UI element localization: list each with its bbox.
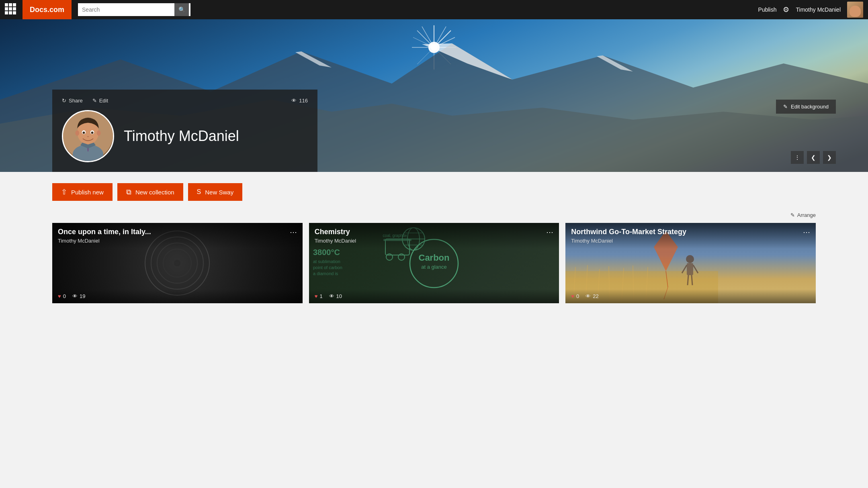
cards-grid: Once upon a time, in Italy... Timothy Mc… <box>0 223 868 319</box>
eye-icon: 👁 <box>329 293 334 299</box>
publish-new-button[interactable]: ⇧ Publish new <box>52 183 113 201</box>
prev-button[interactable]: ❮ <box>807 151 820 164</box>
card-chemistry-view-count: 10 <box>336 293 342 299</box>
search-input[interactable] <box>78 3 174 16</box>
card-italy-author: Timothy McDaniel <box>58 238 297 244</box>
svg-point-30 <box>174 260 180 266</box>
share-button[interactable]: ↻ Share <box>62 98 83 104</box>
arrange-label: Arrange <box>797 212 816 218</box>
new-sway-button[interactable]: S New Sway <box>188 183 243 201</box>
card-northwind-likes: ♥ 0 <box>571 293 579 299</box>
publish-new-label: Publish new <box>71 189 104 196</box>
new-collection-label: New collection <box>135 189 174 196</box>
card-northwind-menu-button[interactable]: ⋯ <box>803 228 811 237</box>
card-northwind-views: 👁 22 <box>585 293 598 299</box>
svg-line-63 <box>688 275 688 285</box>
search-button[interactable]: 🔍 <box>174 3 189 16</box>
svg-text:a diamond is: a diamond is <box>313 271 338 276</box>
card-italy-view-count: 19 <box>80 293 85 299</box>
svg-rect-60 <box>687 263 693 275</box>
card-italy-overlay: Once upon a time, in Italy... Timothy Mc… <box>52 223 303 249</box>
search-bar: 🔍 <box>78 3 190 16</box>
heart-icon: ♥ <box>58 293 61 299</box>
publish-link[interactable]: Publish <box>758 6 777 13</box>
hero-section: ↻ Share ✎ Edit 👁 116 <box>0 19 868 172</box>
card-chemistry[interactable]: coal, graphite, 3800°C at sublimation po… <box>309 223 559 303</box>
prev-icon: ❮ <box>811 154 816 161</box>
card-italy-title: Once upon a time, in Italy... <box>58 228 297 236</box>
svg-point-23 <box>91 131 94 134</box>
eye-icon: 👁 <box>585 293 591 299</box>
upload-icon: ⇧ <box>61 188 67 196</box>
svg-point-19 <box>97 131 101 136</box>
svg-point-22 <box>83 131 85 134</box>
settings-icon[interactable]: ⚙ <box>783 5 789 14</box>
sway-icon: S <box>197 189 201 195</box>
profile-avatar <box>62 110 114 162</box>
app-grid-icon[interactable] <box>5 3 18 16</box>
arrange-button[interactable]: ✎ Arrange <box>790 212 816 218</box>
svg-text:point of carbon: point of carbon <box>313 265 342 270</box>
edit-background-button[interactable]: ✎ Edit background <box>776 100 836 114</box>
avatar[interactable] <box>847 2 863 18</box>
next-button[interactable]: ❯ <box>823 151 836 164</box>
new-sway-label: New Sway <box>205 189 233 196</box>
navigation-arrows: ⋮ ❮ ❯ <box>791 151 836 164</box>
card-northwind[interactable]: Northwind Go-To-Market Strategy Timothy … <box>565 223 816 303</box>
svg-text:at sublimation: at sublimation <box>313 259 340 264</box>
profile-name: Timothy McDaniel <box>124 128 239 145</box>
eye-icon: 👁 <box>72 293 78 299</box>
edit-pencil-icon: ✎ <box>92 98 97 104</box>
top-navigation: Docs.com 🔍 Publish ⚙ Timothy McDaniel <box>0 0 868 19</box>
svg-text:3800°C: 3800°C <box>313 248 340 257</box>
first-page-icon: ⋮ <box>794 154 800 161</box>
arrange-bar: ✎ Arrange <box>0 212 868 223</box>
card-italy-likes: ♥ 0 <box>58 293 66 299</box>
collection-icon: ⧉ <box>126 188 131 196</box>
card-italy-like-count: 0 <box>63 293 66 299</box>
card-italy-menu-button[interactable]: ⋯ <box>290 228 298 237</box>
card-chemistry-like-count: 1 <box>319 293 322 299</box>
next-icon: ❯ <box>827 154 832 161</box>
profile-view-count: 👁 116 <box>291 98 308 104</box>
pencil-icon: ✎ <box>783 104 788 110</box>
profile-actions: ↻ Share ✎ Edit <box>62 98 108 104</box>
share-label: Share <box>69 98 83 104</box>
profile-card: ↻ Share ✎ Edit 👁 116 <box>52 90 317 172</box>
eye-icon: 👁 <box>291 98 297 104</box>
svg-text:Carbon: Carbon <box>418 253 449 263</box>
arrange-icon: ✎ <box>790 212 795 218</box>
card-chemistry-overlay: Chemistry Timothy McDaniel <box>309 223 559 249</box>
action-bar: ⇧ Publish new ⧉ New collection S New Swa… <box>0 172 868 212</box>
svg-text:at a glance: at a glance <box>421 264 447 270</box>
view-number: 116 <box>299 98 308 104</box>
nav-right-section: Publish ⚙ Timothy McDaniel <box>758 2 863 18</box>
card-chemistry-footer: ♥ 1 👁 10 <box>309 289 559 303</box>
card-northwind-view-count: 22 <box>593 293 598 299</box>
first-page-button[interactable]: ⋮ <box>791 151 804 164</box>
card-northwind-footer: ♥ 0 👁 22 <box>565 289 816 303</box>
share-icon: ↻ <box>62 98 66 104</box>
card-chemistry-views: 👁 10 <box>329 293 342 299</box>
card-italy[interactable]: Once upon a time, in Italy... Timothy Mc… <box>52 223 303 303</box>
card-northwind-title: Northwind Go-To-Market Strategy <box>571 228 810 236</box>
card-chemistry-menu-button[interactable]: ⋯ <box>546 228 554 237</box>
new-collection-button[interactable]: ⧉ New collection <box>117 183 183 201</box>
card-chemistry-author: Timothy McDaniel <box>315 238 554 244</box>
app-logo[interactable]: Docs.com <box>23 0 72 19</box>
heart-icon: ♥ <box>315 293 318 299</box>
card-chemistry-likes: ♥ 1 <box>315 293 323 299</box>
edit-label: Edit <box>99 98 108 104</box>
card-northwind-overlay: Northwind Go-To-Market Strategy Timothy … <box>565 223 816 249</box>
username-label[interactable]: Timothy McDaniel <box>796 6 841 13</box>
heart-icon: ♥ <box>571 293 574 299</box>
edit-background-label: Edit background <box>791 104 829 110</box>
svg-line-64 <box>692 275 692 285</box>
card-italy-footer: ♥ 0 👁 19 <box>52 289 303 303</box>
profile-info: Timothy McDaniel <box>62 110 308 162</box>
edit-button[interactable]: ✎ Edit <box>92 98 108 104</box>
svg-point-18 <box>76 131 80 136</box>
svg-point-59 <box>686 255 694 263</box>
card-northwind-like-count: 0 <box>576 293 579 299</box>
card-italy-views: 👁 19 <box>72 293 85 299</box>
